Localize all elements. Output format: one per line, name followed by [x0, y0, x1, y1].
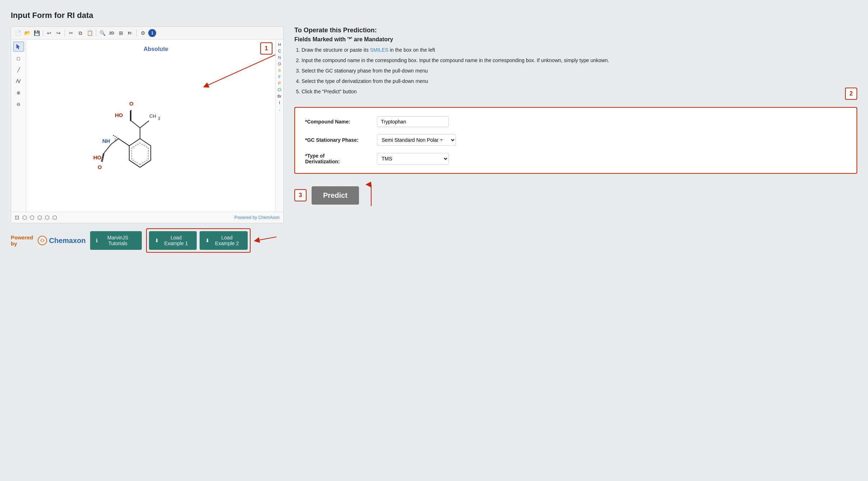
example-buttons-container: ⬇ Load Example 1 ⬇ Load Example 2: [146, 228, 251, 253]
grid-icon[interactable]: ⊞: [117, 29, 125, 37]
bond-tool[interactable]: ╱: [13, 65, 24, 75]
instruction-step-4: Select the type of derivatization from t…: [302, 78, 857, 85]
atom-S[interactable]: S: [276, 67, 283, 73]
compound-name-label: *Compound Name:: [305, 119, 377, 125]
predict-button[interactable]: Predict: [312, 186, 359, 205]
atom-palette: H C N O S F P Cl Br I ·: [275, 39, 283, 212]
atom-custom[interactable]: ·: [276, 106, 283, 114]
redo-icon[interactable]: ↪: [55, 29, 62, 37]
page-title: Input Form for RI data: [11, 11, 857, 20]
svg-marker-1: [132, 143, 148, 164]
footer-icon-5[interactable]: ⬡: [45, 214, 50, 221]
instructions-panel: To Operate this Prediction: Fields Marke…: [294, 27, 857, 100]
arrow-to-examples: [255, 233, 284, 248]
zoom-in-tool[interactable]: ⊕: [13, 88, 24, 98]
callout-2: 2: [845, 88, 857, 100]
canvas-label: Absolute: [144, 46, 168, 52]
left-bottom-bar: Powered by Chemaxon ℹ MarvinJS Tutorials…: [11, 228, 284, 253]
chemaxon-brand-text: Chemaxon: [49, 237, 86, 245]
download-icon-2: ⬇: [205, 238, 210, 243]
new-icon[interactable]: 📄: [14, 29, 22, 37]
atom-I[interactable]: I: [276, 100, 283, 106]
svg-text:O: O: [129, 101, 134, 107]
instructions-list: Draw the structure or paste its SMILES i…: [294, 46, 857, 95]
svg-line-16: [131, 121, 140, 128]
copy-icon[interactable]: ⧉: [76, 29, 84, 37]
atom-P[interactable]: P: [276, 80, 283, 86]
cut-icon[interactable]: ✂: [67, 29, 75, 37]
instruction-step-3: Select the GC stationary phase from the …: [302, 67, 857, 75]
footer-icon-4[interactable]: ⬡: [37, 214, 42, 221]
atom-C[interactable]: C: [276, 48, 283, 54]
compound-name-input[interactable]: [377, 116, 449, 127]
gc-phase-row: *GC Stationary Phase: Semi Standard Non …: [305, 134, 846, 146]
gc-phase-label: *GC Stationary Phase:: [305, 137, 377, 143]
svg-line-2: [118, 139, 129, 146]
settings-icon[interactable]: ⚙: [139, 29, 147, 37]
load-example-1-button[interactable]: ⬇ Load Example 1: [149, 231, 197, 250]
footer-icon-2[interactable]: ⬡: [22, 214, 27, 221]
callout-3: 3: [294, 189, 307, 201]
predict-area: 3 Predict: [294, 181, 857, 210]
svg-text:3: 3: [158, 117, 160, 121]
editor-toolbar: 📄 📂 💾 ↩ ↪ ✂ ⧉ 📋 🔍 2D ⊞ H↑ ⚙ ℹ: [11, 27, 283, 39]
atom-N[interactable]: N: [276, 55, 283, 60]
eraser-tool[interactable]: ◻: [13, 53, 24, 63]
svg-point-23: [41, 239, 43, 242]
download-icon-1: ⬇: [155, 238, 159, 243]
tutorials-icon: ℹ: [96, 238, 98, 243]
zoom-out-tool[interactable]: ⊖: [13, 99, 24, 109]
powered-by-logo: Powered by Chemaxon: [11, 234, 86, 247]
chain-tool[interactable]: [13, 76, 24, 86]
molecule-structure: NH 2 HO O: [83, 67, 219, 197]
instruction-step-2: Input the compound name in the correspon…: [302, 57, 857, 64]
derivatization-select[interactable]: TMS None TBDMS Methyl: [377, 153, 449, 164]
gc-phase-select[interactable]: Semi Standard Non Polar ÷ Standard Non P…: [377, 134, 456, 146]
callout-1: 1: [260, 42, 272, 55]
svg-line-24: [257, 237, 276, 240]
atom-O[interactable]: O: [276, 61, 283, 67]
instructions-title: To Operate this Prediction:: [294, 27, 857, 34]
form-panel: *Compound Name: *GC Stationary Phase: Se…: [294, 107, 857, 174]
info-icon[interactable]: ℹ: [148, 29, 156, 37]
svg-text:HO: HO: [93, 154, 102, 160]
svg-text:NH: NH: [102, 138, 110, 144]
select-tool[interactable]: [13, 42, 24, 52]
derivatization-label: *Type ofDerivatization:: [305, 153, 377, 164]
marvinjs-tutorials-button[interactable]: ℹ MarvinJS Tutorials: [90, 231, 142, 250]
load-example-2-button[interactable]: ⬇ Load Example 2: [200, 231, 248, 250]
svg-line-13: [140, 121, 149, 128]
svg-text:O: O: [98, 164, 102, 170]
atom-Br[interactable]: Br: [276, 93, 283, 99]
zoom-icon[interactable]: 🔍: [98, 29, 106, 37]
atom-H[interactable]: H: [276, 42, 283, 47]
save-icon[interactable]: 💾: [33, 29, 41, 37]
undo-icon[interactable]: ↩: [45, 29, 53, 37]
2d-icon[interactable]: 2D: [108, 29, 116, 37]
instructions-subtitle: Fields Marked with '*' are Mandatory: [294, 36, 857, 43]
svg-text:2: 2: [114, 138, 116, 142]
instruction-step-5: Click the "Predict" button: [302, 88, 857, 95]
atom-F[interactable]: F: [276, 74, 283, 80]
svg-text:HO: HO: [115, 112, 123, 118]
svg-line-7: [104, 144, 111, 153]
paste-icon[interactable]: 📋: [86, 29, 94, 37]
powered-by-small: Powered by ChemAxon: [234, 215, 280, 220]
editor-footer: ⊡ ⬡ ⬠ ⬡ ⬡ ⬡ Powered by ChemAxon: [11, 212, 283, 223]
arrow-to-predict: [364, 181, 386, 210]
atom-Cl[interactable]: Cl: [276, 87, 283, 93]
open-icon[interactable]: 📂: [23, 29, 31, 37]
derivatization-row: *Type ofDerivatization: TMS None TBDMS M…: [305, 153, 846, 164]
drawing-canvas[interactable]: Absolute NH 2: [26, 39, 275, 212]
atom-map-icon[interactable]: H↑: [126, 29, 134, 37]
footer-icon-3[interactable]: ⬠: [30, 214, 34, 221]
smiles-link[interactable]: SMILES: [370, 47, 388, 53]
side-toolbar: ◻ ╱ ⊕ ⊖: [11, 39, 26, 212]
instruction-step-1: Draw the structure or paste its SMILES i…: [302, 46, 857, 54]
footer-icon-6[interactable]: ⬡: [52, 214, 57, 221]
footer-icon-1[interactable]: ⊡: [15, 214, 19, 221]
svg-text:CH: CH: [149, 113, 156, 119]
chemaxon-logo-icon: [38, 235, 47, 246]
compound-name-row: *Compound Name:: [305, 116, 846, 127]
